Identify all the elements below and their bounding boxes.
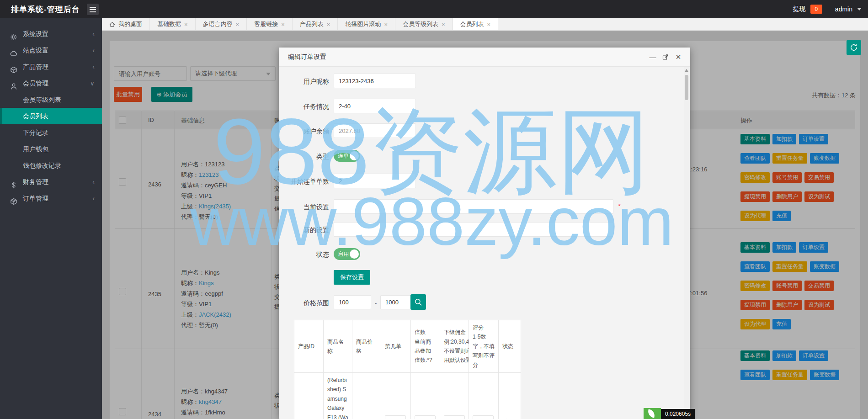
sidebar-subitem-钱包修改记录[interactable]: 钱包修改记录 [0, 157, 102, 174]
edit-order-settings-modal: 编辑订单设置 — ✕ 用户昵称 任务情况 账户余额 类型 连单 开始连单单数 当… [279, 48, 690, 419]
product-col-header: 状态 [499, 320, 521, 372]
close-icon[interactable]: × [184, 21, 188, 28]
box-icon [10, 66, 17, 74]
sidebar-item-产品管理[interactable]: 产品管理‹ [0, 58, 102, 75]
close-icon[interactable]: × [327, 21, 330, 28]
tab-我的桌面[interactable]: 我的桌面 [102, 18, 150, 30]
tab-多语言内容[interactable]: 多语言内容× [196, 18, 247, 30]
sidebar-item-订单管理[interactable]: 订单管理‹ [0, 190, 102, 207]
chevron-collapsed-icon: ‹ [92, 58, 95, 75]
chevron-collapsed-icon: ‹ [92, 42, 95, 58]
save-settings-button[interactable]: 保存设置 [334, 270, 370, 285]
modal-scrollbar[interactable] [684, 67, 689, 419]
sidebar-subitem-会员列表[interactable]: 会员列表 [0, 108, 102, 124]
status-toggle[interactable]: 启用 [334, 248, 360, 260]
commission-input[interactable] [444, 415, 465, 419]
topbar: 排单系统-管理后台 提现 0 admin [0, 0, 868, 18]
product-table: 产品ID商品名称商品价格第几单倍数 当前商品叠加倍数:*?下级佣金 例:20,3… [294, 320, 521, 419]
withdraw-badge: 0 [810, 5, 822, 14]
price-search-button[interactable] [410, 294, 426, 310]
close-icon[interactable]: ✕ [675, 53, 682, 61]
price-min-input[interactable] [334, 295, 371, 309]
dollar-icon [10, 181, 17, 189]
field-label: 价格范围 [279, 299, 329, 308]
product-col-header: 评分 1-5数字，不填写则不评分 [469, 320, 499, 372]
chevron-collapsed-icon: ‹ [92, 26, 95, 42]
field-label: 用户昵称 [279, 78, 329, 86]
field-label: 类型 [279, 153, 329, 161]
tab-产品列表[interactable]: 产品列表× [293, 18, 338, 30]
sidebar-subitem-下分记录[interactable]: 下分记录 [0, 124, 102, 141]
new-setting-input[interactable] [334, 222, 613, 237]
hamburger-icon[interactable] [87, 4, 99, 15]
tab-会员等级列表[interactable]: 会员等级列表× [395, 18, 453, 30]
product-col-header: 产品ID [294, 320, 324, 372]
current-setting-input[interactable] [334, 199, 613, 214]
product-col-header: 第几单 [381, 320, 411, 372]
refresh-button[interactable] [847, 40, 861, 55]
toggle-knob [350, 151, 359, 160]
user-menu[interactable]: admin [835, 5, 852, 13]
multiple-input[interactable] [415, 415, 436, 419]
screen: 请选择下级代理 批量禁用 ⊕ 添加会员 共有数据：12 条 ID 基础信息 账号… [0, 0, 868, 419]
product-table-row: 4009(Refurbished) Samsung Galaxy F13 (Wa… [294, 373, 521, 419]
star-icon[interactable]: ☆ [502, 414, 511, 419]
task-input[interactable] [334, 99, 416, 113]
product-col-header: 下级佣金 例:20,30,40; 不设置则启用默认设置 [440, 320, 469, 372]
home-icon [109, 21, 115, 27]
tab-客服链接[interactable]: 客服链接× [247, 18, 293, 30]
nickname-input[interactable] [334, 74, 416, 88]
product-cell [381, 373, 411, 419]
field-label: 任务情况 [279, 103, 329, 111]
cube-icon [10, 198, 17, 205]
close-icon[interactable]: × [281, 21, 285, 28]
field-label: 开始连单单数 [279, 178, 329, 186]
close-icon[interactable]: × [384, 21, 388, 28]
modal-title: 编辑订单设置 [288, 53, 326, 61]
product-cell: ☆ [499, 373, 521, 419]
tab-会员列表[interactable]: 会员列表× [453, 18, 499, 30]
chevron-down-icon [857, 8, 862, 11]
required-asterisk: * [618, 202, 621, 210]
sidebar-subitem-用户钱包[interactable]: 用户钱包 [0, 141, 102, 157]
withdraw-link[interactable]: 提现 [793, 5, 806, 13]
start-count-input[interactable] [334, 174, 416, 188]
scroll-up-arrow-icon[interactable] [685, 69, 688, 72]
scrollbar-thumb[interactable] [685, 75, 688, 100]
product-cell [469, 373, 499, 419]
sidebar-subitem-会员等级列表[interactable]: 会员等级列表 [0, 91, 102, 108]
sidebar-item-系统设置[interactable]: 系统设置‹ [0, 26, 102, 42]
order-no-input[interactable] [385, 415, 406, 419]
close-icon[interactable]: × [236, 21, 240, 28]
minimize-icon[interactable]: — [649, 53, 656, 61]
sidebar: 系统设置‹站点设置‹产品管理‹会员管理∨会员等级列表会员列表下分记录用户钱包钱包… [0, 18, 102, 419]
tab-轮播图片滚动[interactable]: 轮播图片滚动× [338, 18, 395, 30]
toggle-knob [350, 249, 359, 259]
score-input[interactable] [473, 415, 494, 419]
field-label: 状态 [279, 251, 329, 259]
product-col-header: 商品价格 [352, 320, 381, 372]
product-col-header: 倍数 当前商品叠加倍数:*? [411, 320, 440, 372]
tab-基础数据[interactable]: 基础数据× [150, 18, 196, 30]
search-icon [414, 298, 422, 306]
app-title: 排单系统-管理后台 [11, 4, 80, 15]
sidebar-item-站点设置[interactable]: 站点设置‹ [0, 42, 102, 58]
product-id-cell: 4009 [294, 373, 324, 419]
field-label: 新的设置 [279, 226, 329, 234]
sidebar-item-财务管理[interactable]: 财务管理‹ [0, 174, 102, 190]
gear-icon [10, 33, 17, 41]
maximize-icon[interactable] [662, 53, 669, 61]
type-toggle[interactable]: 连单 [334, 150, 360, 162]
product-cell [440, 373, 469, 419]
field-label: 账户余额 [279, 127, 329, 136]
close-icon[interactable]: × [487, 21, 491, 28]
product-cell [411, 373, 440, 419]
refresh-icon [850, 43, 858, 52]
cloud-icon [10, 50, 17, 57]
modal-header [279, 48, 690, 67]
product-col-header: 商品名称 [324, 320, 352, 372]
close-icon[interactable]: × [442, 21, 445, 28]
product-price-cell: 100.00 [352, 373, 381, 419]
chevron-collapsed-icon: ‹ [92, 190, 95, 207]
sidebar-item-会员管理[interactable]: 会员管理∨ [0, 75, 102, 91]
